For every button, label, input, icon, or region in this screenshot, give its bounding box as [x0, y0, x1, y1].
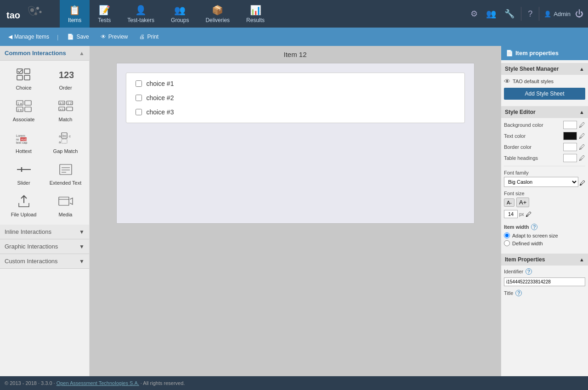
nav-divider: [521, 7, 521, 21]
border-color-eyedropper-icon[interactable]: 🖊: [579, 143, 585, 151]
gap-match-interaction[interactable]: a bc a c Gap Match: [46, 129, 85, 157]
common-interactions-grid: Choice 123 Order 1 a 2 b: [0, 61, 89, 225]
item-properties-header[interactable]: 📄 Item properties: [501, 46, 588, 60]
tests-icon: 📝: [99, 5, 110, 16]
adapt-screen-radio[interactable]: [504, 232, 510, 238]
svg-rect-7: [17, 75, 23, 80]
gap-match-label: Gap Match: [53, 148, 78, 154]
nav-item-test-takers[interactable]: 👤 Test-takers: [119, 0, 163, 28]
choice-checkbox-2[interactable]: [136, 95, 142, 101]
logout-icon[interactable]: ⏻: [575, 9, 583, 19]
nav-item-deliveries[interactable]: 📦 Deliveries: [197, 0, 238, 28]
nav-item-groups[interactable]: 👥 Groups: [163, 0, 197, 28]
graphic-interactions-header[interactable]: Graphic Interactions ▼: [0, 239, 89, 254]
admin-person-icon: 👤: [544, 11, 551, 17]
order-interaction[interactable]: 123 Order: [46, 65, 85, 93]
users-icon[interactable]: 👥: [484, 7, 498, 21]
app-logo[interactable]: tao: [5, 5, 55, 23]
text-color-eyedropper-icon[interactable]: 🖊: [579, 132, 585, 140]
common-interactions-header[interactable]: Common Interactions ▲: [0, 46, 89, 61]
svg-text:re: re: [16, 138, 19, 141]
item-properties-section-header[interactable]: Item Properties ▲: [501, 254, 588, 266]
choice-interaction[interactable]: Choice: [5, 65, 43, 93]
back-button[interactable]: ◀ Manage Items: [5, 32, 53, 42]
match-interaction[interactable]: a b a b c 1 2 Match: [46, 97, 85, 125]
hottext-interaction[interactable]: Lorem re Hott text cap Hottext: [5, 129, 43, 157]
item-properties-chevron-icon: ▲: [579, 257, 584, 262]
graphic-chevron-icon: ▼: [79, 243, 85, 250]
font-size-increase-button[interactable]: A+: [516, 198, 529, 207]
nav-item-results[interactable]: 📊 Results: [238, 0, 273, 28]
media-interaction[interactable]: Media: [46, 192, 85, 220]
adapt-screen-row: Adapt to screen size: [504, 232, 585, 238]
nav-item-items[interactable]: 📋 Items: [60, 0, 90, 28]
extended-text-icon: [58, 163, 74, 178]
identifier-header: Identifier ?: [504, 268, 585, 275]
style-sheet-manager-header[interactable]: Style Sheet Manager ▲: [501, 63, 588, 75]
svg-text:c: c: [69, 134, 71, 138]
associate-icon: 1 a 2 b: [16, 100, 32, 115]
bg-color-swatch[interactable]: [563, 121, 577, 129]
items-icon: 📋: [69, 5, 80, 16]
choice-checkbox-1[interactable]: [136, 80, 142, 87]
font-size-decrease-button[interactable]: A-: [504, 198, 514, 207]
item-canvas[interactable]: choice #1 choice #2 choice #3: [116, 63, 475, 224]
identifier-help-icon[interactable]: ?: [526, 268, 532, 275]
print-button[interactable]: 🖨 Print: [135, 32, 163, 42]
font-size-input[interactable]: [504, 210, 518, 218]
font-family-select[interactable]: Big Caslon Arial Times New Roman Georgia…: [504, 177, 578, 187]
item-width-help-icon[interactable]: ?: [531, 224, 537, 230]
font-size-eyedropper-icon[interactable]: 🖊: [526, 211, 531, 218]
inline-interactions-header[interactable]: Inline Interactions ▼: [0, 225, 89, 239]
right-panel: 📄 Item properties Style Sheet Manager ▲ …: [501, 46, 588, 376]
associate-label: Associate: [13, 117, 35, 122]
nav-item-tests[interactable]: 📝 Tests: [90, 0, 119, 28]
match-label: Match: [59, 117, 73, 122]
choices-box: choice #1 choice #2 choice #3: [126, 73, 465, 123]
font-family-eyedropper-icon[interactable]: 🖊: [579, 180, 585, 187]
slider-icon: [16, 163, 32, 178]
bg-color-eyedropper-icon[interactable]: 🖊: [579, 121, 585, 129]
associate-interaction[interactable]: 1 a 2 b Associate: [5, 97, 43, 125]
svg-point-0: [30, 8, 34, 12]
choice-icon: [16, 68, 32, 83]
eye-icon[interactable]: 👁: [504, 78, 510, 85]
svg-rect-6: [24, 69, 30, 73]
choice-label-3: choice #3: [147, 108, 174, 116]
top-navigation: tao 📋 Items 📝 Tests 👤 Test-takers 👥 Grou…: [0, 0, 588, 28]
style-editor-chevron-icon: ▲: [579, 109, 584, 115]
table-headings-eyedropper-icon[interactable]: 🖊: [579, 154, 585, 162]
table-headings-swatch[interactable]: [563, 154, 577, 162]
item-width-radio-group: Adapt to screen size Defined width: [504, 232, 585, 246]
text-color-row: Text color 🖊: [504, 132, 585, 140]
svg-text:a: a: [59, 140, 61, 144]
tools-icon[interactable]: 🔧: [503, 7, 516, 21]
save-button[interactable]: 📄 Save: [62, 32, 93, 42]
choice-checkbox-3[interactable]: [136, 109, 142, 115]
text-color-swatch[interactable]: [563, 132, 577, 140]
company-link[interactable]: Open Assessment Technologies S.A.: [57, 380, 139, 386]
border-color-swatch[interactable]: [563, 143, 577, 151]
secondary-toolbar: ◀ Manage Items | 📄 Save 👁 Preview 🖨 Prin…: [0, 28, 588, 46]
footer: © 2013 - 2018 · 3.3.0 · Open Assessment …: [0, 376, 588, 390]
preview-button[interactable]: 👁 Preview: [96, 32, 133, 42]
admin-link[interactable]: 👤 Admin: [544, 11, 571, 17]
identifier-input[interactable]: [504, 277, 585, 286]
svg-text:Hott: Hott: [21, 138, 27, 141]
style-sheet-manager-body: 👁 TAO default styles Add Style Sheet: [501, 75, 588, 103]
add-stylesheet-button[interactable]: Add Style Sheet: [504, 88, 585, 100]
slider-label: Slider: [17, 180, 30, 186]
defined-width-radio[interactable]: [504, 240, 510, 246]
style-editor-header[interactable]: Style Editor ▲: [501, 106, 588, 118]
custom-interactions-header[interactable]: Custom Interactions ▼: [0, 254, 89, 269]
file-upload-interaction[interactable]: File Upload: [5, 192, 43, 220]
extended-text-interaction[interactable]: Extended Text: [46, 160, 85, 188]
help-icon[interactable]: ?: [526, 7, 534, 21]
slider-interaction[interactable]: Slider: [5, 160, 43, 188]
title-help-icon[interactable]: ?: [515, 290, 522, 296]
settings-icon[interactable]: ⚙: [469, 7, 480, 21]
svg-rect-36: [60, 164, 72, 175]
svg-text:a b: a b: [60, 102, 64, 105]
font-size-section: Font size A- A+ px 🖊: [504, 191, 585, 218]
svg-text:Lorem: Lorem: [16, 134, 25, 137]
